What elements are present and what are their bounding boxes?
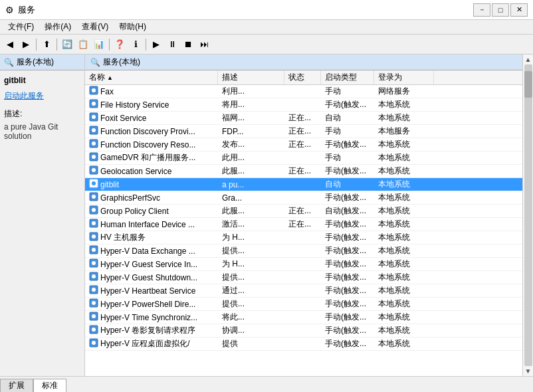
service-desc-cell: 将此... [218, 310, 284, 324]
table-row[interactable]: Group Policy Client此服...正在...自动(触发...本地系… [85, 205, 522, 218]
toolbar-separator-3 [109, 39, 110, 50]
bottom-tabs: 扩展标准 [0, 376, 533, 392]
service-icon [89, 99, 98, 110]
service-startup-cell: 手动(触发... [321, 324, 374, 338]
service-desc-cell: 此用... [218, 151, 284, 165]
table-row[interactable]: GraphicsPerfSvcGra...手动(触发...本地系统 [85, 191, 522, 205]
table-row[interactable]: Foxit Service福网...正在...自动本地系统 [85, 112, 522, 125]
service-status-cell [284, 183, 321, 186]
tab-扩展[interactable]: 扩展 [0, 379, 33, 392]
service-startup-cell: 自动(触发... [321, 204, 374, 218]
tab-标准[interactable]: 标准 [33, 379, 66, 392]
col-header-desc[interactable]: 描述 [218, 70, 284, 84]
table-row[interactable]: Fax利用...手动网络服务 [85, 85, 522, 98]
service-icon [89, 219, 98, 230]
service-startup-cell: 手动(触发... [321, 270, 374, 284]
service-name-text: Hyper-V Guest Service In... [100, 260, 197, 269]
service-name-text: Group Policy Client [100, 207, 169, 216]
table-row[interactable]: Hyper-V PowerShell Dire...提供...手动(触发...本… [85, 298, 522, 311]
up-button[interactable]: ⬆ [39, 37, 54, 52]
svg-point-19 [92, 208, 96, 212]
service-status-cell [284, 290, 321, 292]
service-name-text: Hyper-V Heartbeat Service [100, 286, 195, 296]
table-row[interactable]: Hyper-V 卷影复制请求程序协调...手动(触发...本地系统 [85, 324, 522, 338]
window-controls: － □ ✕ [473, 3, 528, 17]
service-startup-cell: 自动 [321, 111, 374, 125]
service-name-cell: Group Policy Client [85, 204, 218, 218]
left-panel-header: 🔍 服务(本地) [0, 54, 84, 70]
service-name-cell: Hyper-V Heartbeat Service [85, 284, 218, 298]
service-status-cell [284, 343, 321, 345]
col-header-status[interactable]: 状态 [284, 70, 321, 84]
table-row[interactable]: GameDVR 和广播用服务...此用...手动本地系统 [85, 151, 522, 165]
service-name-text: Human Interface Device ... [100, 220, 195, 229]
col-header-name[interactable]: 名称 ▲ [85, 70, 218, 84]
pause-button[interactable]: ⏸ [165, 37, 179, 52]
service-icon [89, 338, 98, 349]
vertical-scrollbar[interactable]: ▲ ▼ [522, 54, 533, 376]
svg-point-11 [92, 155, 96, 159]
svg-point-21 [92, 221, 96, 225]
service-logon-cell: 本地系统 [374, 191, 434, 205]
service-name-cell: Hyper-V Guest Shutdown... [85, 270, 218, 284]
scroll-track[interactable] [524, 64, 532, 366]
properties-button[interactable]: 📊 [92, 37, 106, 52]
menu-bar: 文件(F)操作(A)查看(V)帮助(H) [0, 20, 533, 35]
table-row[interactable]: Geolocation Service此服...正在...手动(触发...本地系… [85, 165, 522, 178]
service-logon-cell: 本地系统 [374, 337, 434, 351]
col-header-logon[interactable]: 登录为 [374, 70, 434, 84]
menu-item-帮助h[interactable]: 帮助(H) [114, 20, 152, 34]
service-status-cell [284, 276, 321, 279]
restart-button[interactable]: ⏭ [197, 37, 211, 52]
col-header-startup[interactable]: 启动类型 [321, 70, 374, 84]
service-name-text: Hyper-V 应程桌面虚拟化/ [100, 338, 190, 349]
service-desc-cell: 为 H... [218, 231, 284, 245]
service-logon-cell: 本地系统 [374, 138, 434, 151]
maximize-button[interactable]: □ [492, 3, 509, 17]
refresh-button[interactable]: 🔄 [60, 37, 74, 52]
table-row[interactable]: gitblita pu...自动本地系统 [85, 178, 522, 191]
app-icon: ⚙ [5, 5, 14, 15]
description-label: 描述: [4, 108, 80, 120]
export-button[interactable]: 📋 [76, 37, 90, 52]
service-icon [89, 86, 98, 97]
minimize-button[interactable]: － [473, 3, 490, 17]
start-service-link[interactable]: 启动此服务 [4, 90, 80, 102]
svg-point-7 [92, 128, 96, 132]
scroll-thumb[interactable] [524, 71, 532, 98]
back-button[interactable]: ◀ [3, 37, 17, 52]
service-desc-cell: 提供 [218, 337, 284, 351]
forward-button[interactable]: ▶ [19, 37, 33, 52]
info-button[interactable]: ℹ [128, 37, 143, 52]
table-row[interactable]: File History Service将用...手动(触发...本地系统 [85, 98, 522, 112]
menu-item-操作a[interactable]: 操作(A) [39, 20, 76, 34]
table-row[interactable]: Hyper-V Time Synchroniz...将此...手动(触发...本… [85, 311, 522, 324]
service-startup-cell: 手动(触发... [321, 231, 374, 245]
service-logon-cell: 本地系统 [374, 270, 434, 284]
service-logon-cell: 本地系统 [374, 111, 434, 125]
service-desc-cell: 发布... [218, 138, 284, 151]
stop-button[interactable]: ⏹ [181, 37, 195, 52]
service-name-text: Function Discovery Provi... [100, 127, 195, 136]
svg-point-3 [92, 102, 96, 106]
table-row[interactable]: Hyper-V Guest Service In...为 H...手动(触发..… [85, 258, 522, 271]
table-row[interactable]: Hyper-V Heartbeat Service通过...手动(触发...本地… [85, 284, 522, 298]
scroll-up-button[interactable]: ▲ [525, 56, 532, 63]
service-startup-cell: 自动 [321, 177, 374, 191]
scroll-down-button[interactable]: ▼ [525, 367, 532, 375]
svg-point-27 [92, 261, 96, 265]
table-row[interactable]: Hyper-V Guest Shutdown...提供...手动(触发...本地… [85, 271, 522, 284]
table-row[interactable]: HV 主机服务为 H...手动(触发...本地系统 [85, 231, 522, 245]
service-status-cell [284, 263, 321, 266]
table-row[interactable]: Hyper-V Data Exchange ...提供...手动(触发...本地… [85, 245, 522, 258]
table-row[interactable]: Function Discovery Reso...发布...正在...手动(触… [85, 138, 522, 151]
table-row[interactable]: Hyper-V 应程桌面虚拟化/提供手动(触发...本地系统 [85, 338, 522, 351]
menu-item-文件f[interactable]: 文件(F) [3, 20, 39, 34]
play-button[interactable]: ▶ [149, 37, 163, 52]
table-row[interactable]: Human Interface Device ...激活...正在...手动(触… [85, 218, 522, 231]
close-button[interactable]: ✕ [510, 3, 528, 17]
menu-item-查看v[interactable]: 查看(V) [76, 20, 114, 34]
help-button[interactable]: ❓ [112, 37, 127, 52]
table-row[interactable]: Function Discovery Provi...FDP...正在...手动… [85, 125, 522, 138]
service-status-cell [284, 330, 321, 332]
